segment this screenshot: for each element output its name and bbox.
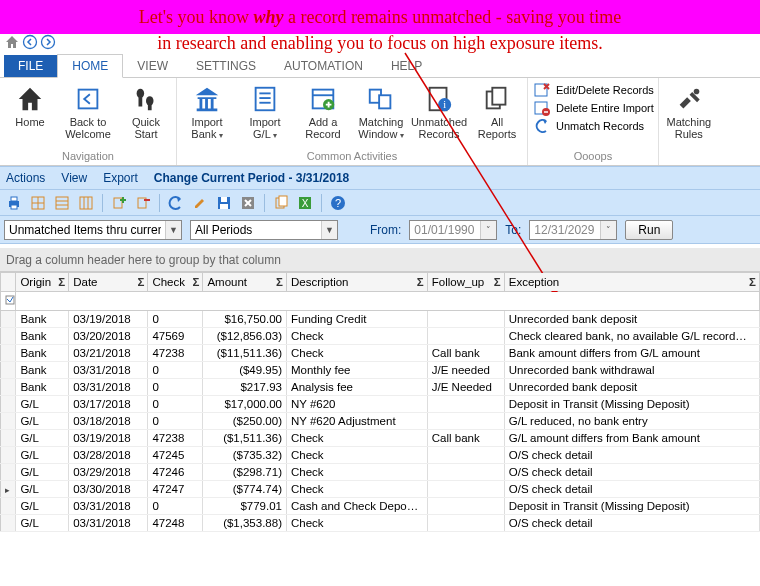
row-selector[interactable] xyxy=(1,447,16,464)
tab-home[interactable]: HOME xyxy=(57,54,123,78)
row-selector[interactable] xyxy=(1,515,16,532)
current-period-status[interactable]: Change Current Period - 3/31/2018 xyxy=(154,171,349,185)
period-select[interactable]: ▼ xyxy=(190,220,338,240)
table-row[interactable]: Bank03/20/201847569($12,856.03)CheckChec… xyxy=(1,328,760,345)
tab-file[interactable]: FILE xyxy=(4,55,57,77)
cell-followup xyxy=(427,464,504,481)
print-icon[interactable] xyxy=(4,193,24,213)
grid1-icon[interactable] xyxy=(28,193,48,213)
matching-window-button[interactable]: Matching Window ▾ xyxy=(355,82,407,141)
chevron-down-icon[interactable]: ˅ xyxy=(600,221,616,239)
back-to-welcome-button[interactable]: Back to Welcome xyxy=(62,82,114,140)
row-selector[interactable] xyxy=(1,345,16,362)
view-menu[interactable]: View xyxy=(61,171,87,185)
forward-icon[interactable] xyxy=(40,34,56,53)
cell-exception: O/S check detail xyxy=(504,515,759,532)
chevron-down-icon[interactable]: ▼ xyxy=(321,221,337,239)
undo-icon[interactable] xyxy=(166,193,186,213)
table-row[interactable]: G/L03/31/20180$779.01Cash and Check Depo… xyxy=(1,498,760,515)
excel-icon[interactable]: X xyxy=(295,193,315,213)
run-button[interactable]: Run xyxy=(625,220,673,240)
filter-row-icon[interactable] xyxy=(1,292,16,311)
table-row[interactable]: G/L03/30/201847247($774.74)CheckO/S chec… xyxy=(1,481,760,498)
row-selector[interactable] xyxy=(1,464,16,481)
row-selector[interactable] xyxy=(1,379,16,396)
import-bank-button[interactable]: Import Bank ▾ xyxy=(181,82,233,141)
matching-rules-button[interactable]: Matching Rules xyxy=(663,82,715,140)
period-input[interactable] xyxy=(191,221,321,239)
table-row[interactable]: G/L03/31/201847248($1,353.88)CheckO/S ch… xyxy=(1,515,760,532)
cell-description: Check xyxy=(286,515,427,532)
to-input[interactable] xyxy=(530,221,600,239)
svg-rect-35 xyxy=(80,197,92,209)
unmatch-records-button[interactable]: Unmatch Records xyxy=(534,118,654,134)
group-by-bar[interactable]: Drag a column header here to group by th… xyxy=(0,248,760,272)
back-icon[interactable] xyxy=(22,34,38,53)
table-row[interactable]: G/L03/17/20180$17,000.00NY #620Deposit i… xyxy=(1,396,760,413)
table-row[interactable]: G/L03/28/201847245($735.32)CheckO/S chec… xyxy=(1,447,760,464)
to-date[interactable]: ˅ xyxy=(529,220,617,240)
copy-icon[interactable] xyxy=(271,193,291,213)
save-icon[interactable] xyxy=(214,193,234,213)
add-record-button[interactable]: Add a Record xyxy=(297,82,349,140)
edit-delete-records-button[interactable]: Edit/Delete Records xyxy=(534,82,654,98)
table-row[interactable]: Bank03/31/20180$217.93Analysis feeJ/E Ne… xyxy=(1,379,760,396)
col-date[interactable]: DateΣ xyxy=(69,273,148,292)
cell-exception: Deposit in Transit (Missing Deposit) xyxy=(504,396,759,413)
cell-exception: G/L reduced, no bank entry xyxy=(504,413,759,430)
scope-input[interactable] xyxy=(5,221,165,239)
row-selector[interactable] xyxy=(1,413,16,430)
import-gl-button[interactable]: Import G/L ▾ xyxy=(239,82,291,141)
table-row[interactable]: Bank03/19/20180$16,750.00Funding CreditU… xyxy=(1,311,760,328)
tab-settings[interactable]: SETTINGS xyxy=(182,55,270,77)
row-selector[interactable] xyxy=(1,481,16,498)
table-row[interactable]: G/L03/19/201847238($1,511.36)CheckCall b… xyxy=(1,430,760,447)
col-followup[interactable]: Follow_upΣ xyxy=(427,273,504,292)
from-input[interactable] xyxy=(410,221,480,239)
actions-menu[interactable]: Actions xyxy=(6,171,45,185)
help-icon[interactable]: ? xyxy=(328,193,348,213)
scope-select[interactable]: ▼ xyxy=(4,220,182,240)
table-row[interactable]: Bank03/31/20180($49.95)Monthly feeJ/E ne… xyxy=(1,362,760,379)
row-selector[interactable] xyxy=(1,498,16,515)
delete-entire-import-button[interactable]: Delete Entire Import xyxy=(534,100,654,116)
grid2-icon[interactable] xyxy=(52,193,72,213)
header-row: OriginΣ DateΣ CheckΣ AmountΣ Description… xyxy=(1,273,760,292)
from-date[interactable]: ˅ xyxy=(409,220,497,240)
all-reports-button[interactable]: All Reports xyxy=(471,82,523,140)
quick-start-button[interactable]: Quick Start xyxy=(120,82,172,140)
row-selector[interactable] xyxy=(1,311,16,328)
home-icon[interactable] xyxy=(4,34,20,53)
remove-icon[interactable] xyxy=(133,193,153,213)
col-amount[interactable]: AmountΣ xyxy=(203,273,287,292)
edit-delete-label: Edit/Delete Records xyxy=(556,84,654,96)
tab-automation[interactable]: AUTOMATION xyxy=(270,55,377,77)
col-check[interactable]: CheckΣ xyxy=(148,273,203,292)
col-origin[interactable]: OriginΣ xyxy=(16,273,69,292)
add-record-label: Add a Record xyxy=(305,116,340,140)
unmatched-records-button[interactable]: i Unmatched Records xyxy=(413,82,465,140)
row-selector[interactable] xyxy=(1,396,16,413)
row-selector[interactable] xyxy=(1,328,16,345)
export-menu[interactable]: Export xyxy=(103,171,138,185)
row-selector[interactable] xyxy=(1,430,16,447)
col-description[interactable]: DescriptionΣ xyxy=(286,273,427,292)
discard-icon[interactable] xyxy=(238,193,258,213)
chevron-down-icon[interactable]: ▼ xyxy=(165,221,181,239)
home-button[interactable]: Home xyxy=(4,82,56,128)
edit-icon[interactable] xyxy=(190,193,210,213)
table-row[interactable]: G/L03/29/201847246($298.71)CheckO/S chec… xyxy=(1,464,760,481)
tab-help[interactable]: HELP xyxy=(377,55,436,77)
cell-followup xyxy=(427,498,504,515)
tab-view[interactable]: VIEW xyxy=(123,55,182,77)
svg-rect-16 xyxy=(379,95,390,108)
col-exception[interactable]: ExceptionΣ xyxy=(504,273,759,292)
table-row[interactable]: G/L03/18/20180($250.00)NY #620 Adjustmen… xyxy=(1,413,760,430)
cell-date: 03/18/2018 xyxy=(69,413,148,430)
row-selector[interactable] xyxy=(1,362,16,379)
grid3-icon[interactable] xyxy=(76,193,96,213)
table-row[interactable]: Bank03/21/201847238($11,511.36)CheckCall… xyxy=(1,345,760,362)
cell-date: 03/17/2018 xyxy=(69,396,148,413)
add-icon[interactable] xyxy=(109,193,129,213)
chevron-down-icon[interactable]: ˅ xyxy=(480,221,496,239)
